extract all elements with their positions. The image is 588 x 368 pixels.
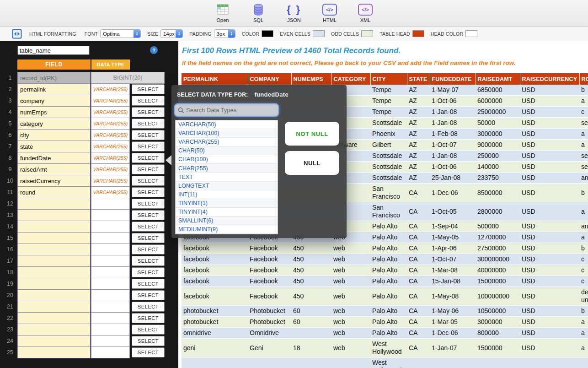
- preview-column-header: FUNDEDDATE: [430, 73, 476, 85]
- data-type-option[interactable]: CHAR(100): [176, 155, 278, 164]
- preview-cell: b: [579, 243, 588, 254]
- open-button[interactable]: Open: [210, 2, 235, 23]
- data-type-option[interactable]: LONGTEXT: [176, 182, 278, 190]
- field-name-cell[interactable]: numEmps: [17, 106, 91, 118]
- select-type-button[interactable]: SELECT: [132, 210, 165, 220]
- data-type-option[interactable]: TEXT: [176, 173, 278, 182]
- field-name-cell[interactable]: fundedDate: [17, 152, 91, 164]
- data-type-option[interactable]: SMALLINT(6): [176, 216, 278, 225]
- help-button[interactable]: ?: [150, 46, 158, 54]
- select-type-button[interactable]: SELECT: [132, 233, 165, 243]
- field-name-cell[interactable]: permalink: [17, 83, 91, 95]
- head-color-swatch[interactable]: [465, 30, 477, 37]
- preview-cell: AZ: [407, 151, 430, 162]
- field-name-cell[interactable]: [17, 266, 91, 278]
- field-name-cell[interactable]: city: [17, 129, 91, 141]
- field-name-cell[interactable]: [17, 289, 91, 301]
- select-type-button[interactable]: SELECT: [132, 176, 165, 186]
- field-name-cell[interactable]: [17, 335, 91, 347]
- table-name-input[interactable]: [17, 46, 90, 55]
- select-type-button[interactable]: SELECT: [132, 130, 165, 140]
- padding-select[interactable]: 3px: [214, 29, 235, 38]
- select-type-button[interactable]: SELECT: [132, 119, 165, 129]
- preview-cell: 1-May-08: [430, 287, 476, 306]
- select-type-button[interactable]: SELECT: [132, 187, 165, 197]
- preview-cell: Scottsdale: [370, 173, 407, 184]
- field-name-cell[interactable]: [17, 278, 91, 290]
- field-name-cell[interactable]: raisedCurrency: [17, 175, 91, 187]
- data-type-option[interactable]: VARCHAR(100): [176, 129, 278, 138]
- select-type-button[interactable]: SELECT: [132, 141, 165, 152]
- field-name-cell[interactable]: company: [17, 95, 91, 107]
- data-type-cell: [91, 232, 130, 244]
- table-head-swatch[interactable]: [412, 30, 424, 37]
- preview-cell: CA: [407, 265, 430, 276]
- data-type-option[interactable]: VARCHAR(255): [176, 138, 278, 146]
- data-type-option[interactable]: TINYINT(1): [176, 199, 278, 208]
- xml-code-icon: </>: [358, 2, 373, 17]
- select-type-button[interactable]: SELECT: [132, 222, 165, 232]
- xml-button[interactable]: </> XML: [353, 2, 378, 23]
- select-type-button[interactable]: SELECT: [132, 244, 165, 254]
- data-type-option[interactable]: MEDIUMINT(9): [176, 225, 278, 234]
- select-type-button[interactable]: SELECT: [132, 290, 165, 300]
- select-type-button[interactable]: SELECT: [132, 267, 165, 277]
- field-name-cell[interactable]: raisedAmt: [17, 163, 91, 175]
- select-type-button[interactable]: SELECT: [132, 256, 165, 266]
- field-name-cell[interactable]: [17, 209, 91, 221]
- preview-cell: 300000000: [476, 254, 520, 265]
- not-null-button[interactable]: NOT NULL: [285, 122, 339, 146]
- field-name-cell[interactable]: [17, 301, 91, 313]
- field-name-cell[interactable]: round: [17, 186, 91, 198]
- data-type-option[interactable]: CHAR(255): [176, 164, 278, 173]
- select-type-button[interactable]: SELECT: [132, 313, 165, 323]
- data-type-option[interactable]: INT(11): [176, 190, 278, 199]
- odd-cells-swatch[interactable]: [361, 30, 373, 37]
- select-type-button[interactable]: SELECT: [132, 347, 165, 357]
- select-type-button[interactable]: SELECT: [132, 153, 165, 163]
- field-name-cell[interactable]: [17, 255, 91, 267]
- text-color-swatch[interactable]: [262, 30, 273, 37]
- data-type-option[interactable]: CHAR(50): [176, 146, 278, 155]
- select-type-button[interactable]: SELECT: [132, 164, 165, 174]
- select-type-button[interactable]: SELECT: [132, 96, 165, 106]
- field-name-cell[interactable]: [17, 244, 91, 255]
- preview-cell: 1-Feb-08: [430, 129, 476, 140]
- select-type-button[interactable]: SELECT: [132, 302, 165, 312]
- json-button[interactable]: { } JSON: [281, 2, 307, 23]
- odd-cells-label: ODD CELLS: [331, 31, 359, 37]
- select-type-button[interactable]: SELECT: [132, 336, 165, 346]
- field-name-cell[interactable]: [17, 221, 91, 233]
- font-select[interactable]: Optima: [100, 29, 141, 38]
- preview-column-header: ROUND: [579, 73, 588, 85]
- data-type-option[interactable]: TINYINT(4): [176, 208, 278, 216]
- toggle-panel-icon[interactable]: [12, 29, 22, 39]
- row-number: 1: [5, 72, 16, 84]
- field-name-cell[interactable]: category: [17, 118, 91, 130]
- field-name-cell[interactable]: [17, 198, 91, 210]
- select-type-button[interactable]: SELECT: [132, 107, 165, 117]
- sql-button[interactable]: SQL: [246, 2, 271, 23]
- field-name-cell[interactable]: [17, 324, 91, 336]
- data-type-cell: [91, 209, 130, 221]
- null-button[interactable]: NULL: [285, 151, 339, 175]
- field-name-cell[interactable]: [17, 346, 91, 358]
- select-type-button[interactable]: SELECT: [132, 325, 165, 335]
- select-type-button[interactable]: SELECT: [132, 199, 165, 209]
- select-type-button[interactable]: SELECT: [132, 84, 165, 94]
- preview-cell: b: [579, 306, 588, 317]
- field-name-cell[interactable]: state: [17, 141, 91, 152]
- preview-cell: 60: [291, 317, 331, 328]
- field-name-cell[interactable]: [17, 312, 91, 324]
- preview-cell: seed: [579, 118, 588, 129]
- select-type-button[interactable]: SELECT: [132, 279, 165, 289]
- html-button[interactable]: </> HTML: [317, 2, 342, 23]
- data-type-option[interactable]: VARCHAR(50): [176, 120, 278, 129]
- preview-cell: angel: [579, 221, 588, 232]
- field-name-cell[interactable]: [17, 232, 91, 244]
- size-select[interactable]: 14px: [160, 29, 183, 38]
- field-grid-row: 14SELECT: [0, 221, 178, 233]
- even-cells-swatch[interactable]: [313, 30, 325, 37]
- preview-cell: Facebook: [248, 276, 291, 287]
- search-data-types-input[interactable]: [186, 107, 275, 114]
